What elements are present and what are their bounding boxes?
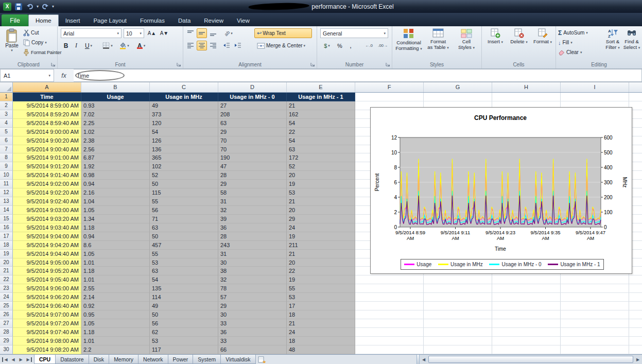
cell-value[interactable]: 373	[150, 110, 218, 119]
font-name-combo[interactable]: Arial ▾	[61, 28, 122, 38]
cell-value[interactable]: 52	[287, 162, 355, 171]
cell-value[interactable]: 162	[287, 110, 355, 119]
fill-color-dropdown-icon[interactable]: ▾	[127, 44, 129, 48]
row-header-20[interactable]: 20	[0, 258, 13, 267]
orientation-dropdown-icon[interactable]: ▾	[231, 31, 233, 36]
cell-value[interactable]: 7.02	[81, 110, 150, 119]
cell-empty[interactable]	[492, 293, 561, 302]
cell-empty[interactable]	[561, 302, 629, 310]
cell-value[interactable]: 58	[218, 188, 287, 197]
cell-time[interactable]: 9/5/2014 9:00:20 AM	[13, 136, 81, 145]
cell-value[interactable]: 1.05	[81, 206, 150, 215]
cell-value[interactable]: 0.98	[81, 171, 150, 180]
cell-value[interactable]: 120	[150, 119, 218, 128]
column-header-A[interactable]: A	[13, 82, 81, 92]
cell-value[interactable]: 19	[287, 275, 355, 284]
column-header-B[interactable]: B	[81, 82, 150, 92]
cell-time[interactable]: 9/5/2014 9:02:00 AM	[13, 180, 81, 188]
cell-value[interactable]: 78	[218, 284, 287, 293]
column-header-C[interactable]: C	[150, 82, 218, 92]
cell-value[interactable]: 1.01	[81, 258, 150, 267]
cell-empty[interactable]	[492, 337, 561, 345]
font-name-dropdown-icon[interactable]: ▾	[117, 31, 119, 36]
save-button[interactable]	[14, 2, 23, 11]
cell-time[interactable]: 9/5/2014 9:00:40 AM	[13, 145, 81, 154]
formula-input[interactable]: Time	[74, 69, 642, 82]
prev-sheet-button[interactable]: ◀	[10, 357, 16, 362]
cell-value[interactable]: 135	[150, 284, 218, 293]
borders-dropdown-icon[interactable]: ▾	[111, 44, 113, 48]
clear-button[interactable]: Clear ▾	[558, 47, 582, 57]
align-bottom-button[interactable]	[208, 28, 218, 38]
cell-header[interactable]: Time	[13, 93, 81, 101]
alignment-dialog-launcher[interactable]	[310, 62, 316, 67]
ribbon-tab-insert[interactable]: Insert	[59, 14, 87, 26]
column-header-D[interactable]: D	[218, 82, 287, 92]
insert-function-button[interactable]: fx	[54, 69, 74, 82]
format-painter-button[interactable]: Format Painter	[23, 47, 62, 57]
cell-value[interactable]: 8.6	[81, 241, 150, 250]
cell-value[interactable]: 18	[287, 337, 355, 345]
cell-value[interactable]: 63	[150, 223, 218, 232]
fill-button[interactable]: ↓ Fill ▾	[558, 38, 572, 47]
ribbon-tab-view[interactable]: View	[230, 14, 256, 26]
clear-dropdown-icon[interactable]: ▾	[580, 50, 582, 55]
sheet-tab-disk[interactable]: Disk	[89, 355, 109, 364]
row-header-17[interactable]: 17	[0, 232, 13, 241]
number-format-dropdown-icon[interactable]: ▾	[384, 31, 386, 36]
row-header-8[interactable]: 8	[0, 153, 13, 162]
row-header-12[interactable]: 12	[0, 188, 13, 197]
cell-value[interactable]: 38	[218, 267, 287, 275]
insert-worksheet-button[interactable]	[255, 355, 269, 364]
excel-logo-icon[interactable]: X	[3, 2, 12, 11]
cell-value[interactable]: 19	[287, 180, 355, 188]
undo-button[interactable]	[25, 2, 34, 11]
ribbon-tab-page-layout[interactable]: Page Layout	[86, 14, 133, 26]
decrease-indent-button[interactable]	[221, 41, 232, 50]
cell-value[interactable]: 36	[218, 328, 287, 337]
column-header-I[interactable]: I	[561, 82, 629, 92]
merge-center-dropdown-icon[interactable]: ▾	[304, 44, 306, 48]
cell-value[interactable]: 70	[218, 145, 287, 154]
shrink-font-button[interactable]: A▼	[159, 28, 170, 38]
cell-empty[interactable]	[355, 293, 424, 302]
cell-value[interactable]: 66	[218, 345, 287, 354]
cell-value[interactable]: 1.02	[81, 128, 150, 136]
cell-empty[interactable]	[355, 275, 424, 284]
cell-empty[interactable]	[424, 302, 492, 310]
underline-dropdown-icon[interactable]: ▾	[91, 44, 93, 48]
scrollbar-thumb[interactable]	[428, 356, 633, 363]
cell-value[interactable]: 1.18	[81, 328, 150, 337]
cell-value[interactable]: 54	[150, 128, 218, 136]
cell-value[interactable]: 71	[150, 215, 218, 223]
cell-value[interactable]: 30	[218, 310, 287, 319]
decrease-decimal-button[interactable]: .00→	[376, 41, 389, 50]
row-header-18[interactable]: 18	[0, 241, 13, 250]
copy-button[interactable]: Copy ▾	[23, 38, 47, 47]
cell-time[interactable]: 9/5/2014 9:07:00 AM	[13, 310, 81, 319]
cell-empty[interactable]	[492, 319, 561, 328]
row-header-26[interactable]: 26	[0, 310, 13, 319]
cell-value[interactable]: 0.95	[81, 310, 150, 319]
cell-value[interactable]: 0.94	[81, 180, 150, 188]
cell-value[interactable]: 211	[287, 241, 355, 250]
cell-header[interactable]: Usage	[81, 93, 150, 101]
delete-cells-button[interactable]: Delete ▾	[508, 28, 530, 45]
cell-value[interactable]: 56	[150, 319, 218, 328]
cell-value[interactable]: 54	[287, 119, 355, 128]
cell-time[interactable]: 9/5/2014 8:59:40 AM	[13, 119, 81, 128]
cell-empty[interactable]	[492, 328, 561, 337]
bold-button[interactable]: B	[61, 41, 71, 50]
cell-value[interactable]: 115	[150, 188, 218, 197]
row-header-4[interactable]: 4	[0, 119, 13, 128]
qat-customize-icon[interactable]: ▾	[52, 4, 54, 9]
cell-time[interactable]: 9/5/2014 8:59:00 AM	[13, 101, 81, 110]
cell-value[interactable]: 31	[218, 250, 287, 258]
row-header-23[interactable]: 23	[0, 284, 13, 293]
font-size-combo[interactable]: 10 ▾	[124, 28, 144, 38]
cell-value[interactable]: 52	[150, 171, 218, 180]
row-header-9[interactable]: 9	[0, 162, 13, 171]
name-box[interactable]: A1 ▾	[0, 69, 54, 82]
cell-time[interactable]: 9/5/2014 9:05:00 AM	[13, 258, 81, 267]
fill-color-button[interactable]: ▾	[116, 41, 132, 50]
